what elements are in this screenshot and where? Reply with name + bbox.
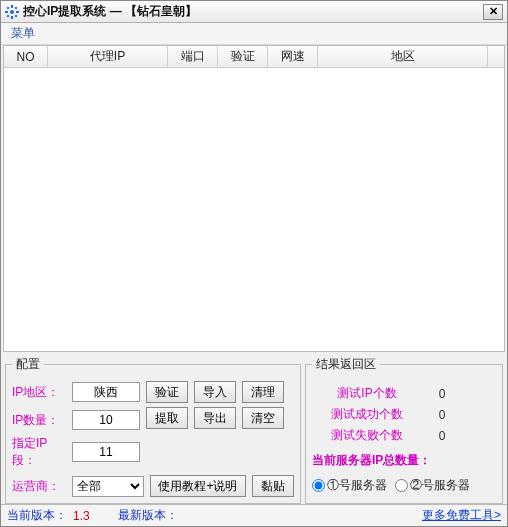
ip-count-label: IP数量：	[12, 412, 66, 429]
isp-select[interactable]: 全部	[72, 476, 144, 497]
col-NO[interactable]: NO	[4, 46, 48, 67]
col-代理IP[interactable]: 代理IP	[48, 46, 168, 67]
server1-radio-input[interactable]	[312, 479, 325, 492]
ip-region-input[interactable]	[72, 382, 140, 402]
menubar: 菜单	[1, 23, 507, 45]
latest-version-label: 最新版本：	[118, 507, 178, 524]
server-radio-group: ①号服务器 ②号服务器	[312, 475, 496, 496]
col-验证[interactable]: 验证	[218, 46, 268, 67]
ip-segment-input[interactable]	[72, 442, 140, 462]
config-group: 配置 IP地区： 验证 导入 清理 IP数量： x 提取 导出 清空	[5, 356, 301, 504]
table-body[interactable]	[4, 68, 504, 351]
svg-rect-4	[16, 11, 19, 13]
more-tools-link[interactable]: 更多免费工具>	[422, 507, 501, 524]
svg-rect-3	[5, 11, 8, 13]
verify-button[interactable]: 验证	[146, 381, 188, 403]
col-网速[interactable]: 网速	[268, 46, 318, 67]
titlebar: 控心IP提取系统 — 【钻石皇朝】 ✕	[1, 1, 507, 23]
ip-segment-label: 指定IP段：	[12, 435, 66, 469]
menu-main[interactable]: 菜单	[7, 23, 39, 44]
isp-label: 运营商：	[12, 478, 66, 495]
test-ok-label: 测试成功个数	[312, 406, 422, 423]
server2-radio-input[interactable]	[395, 479, 408, 492]
bottom-panels: 配置 IP地区： 验证 导入 清理 IP数量： x 提取 导出 清空	[1, 352, 507, 504]
cleanup-button[interactable]: 清理	[242, 381, 284, 403]
test-ip-value: 0	[422, 387, 462, 401]
svg-rect-1	[11, 5, 13, 8]
clear-button[interactable]: 清空	[242, 407, 284, 429]
col-地区[interactable]: 地区	[318, 46, 488, 67]
server2-radio[interactable]: ②号服务器	[395, 477, 470, 494]
total-label: 当前服务器IP总数量：	[312, 452, 496, 469]
tutorial-button[interactable]: 使用教程+说明	[150, 475, 246, 497]
import-button[interactable]: 导入	[194, 381, 236, 403]
export-button[interactable]: 导出	[194, 407, 236, 429]
test-fail-label: 测试失败个数	[312, 427, 422, 444]
app-icon	[5, 5, 19, 19]
config-legend: 配置	[12, 356, 44, 373]
statusbar: 当前版本： 1.3 最新版本： 更多免费工具>	[1, 504, 507, 526]
server1-radio[interactable]: ①号服务器	[312, 477, 387, 494]
svg-rect-7	[7, 14, 10, 17]
results-group: 结果返回区 测试IP个数 0 测试成功个数 0 测试失败个数 0 当前服务器IP…	[305, 356, 503, 504]
svg-rect-8	[15, 14, 18, 17]
ip-count-input[interactable]	[72, 410, 140, 430]
svg-rect-5	[7, 6, 10, 9]
current-version-label: 当前版本：	[7, 507, 67, 524]
current-version-value: 1.3	[73, 509, 90, 523]
proxy-table: NO代理IP端口验证网速地区	[3, 45, 505, 352]
test-ip-label: 测试IP个数	[312, 385, 422, 402]
test-fail-value: 0	[422, 429, 462, 443]
app-window: 控心IP提取系统 — 【钻石皇朝】 ✕ 菜单 NO代理IP端口验证网速地区 配置…	[0, 0, 508, 527]
col-端口[interactable]: 端口	[168, 46, 218, 67]
table-header: NO代理IP端口验证网速地区	[4, 46, 504, 68]
ip-region-label: IP地区：	[12, 384, 66, 401]
test-ok-value: 0	[422, 408, 462, 422]
results-legend: 结果返回区	[312, 356, 380, 373]
svg-point-0	[10, 10, 14, 14]
svg-rect-6	[15, 6, 18, 9]
window-title: 控心IP提取系统 — 【钻石皇朝】	[23, 3, 483, 20]
extract-button[interactable]: 提取	[146, 407, 188, 429]
close-button[interactable]: ✕	[483, 4, 503, 20]
paste-button[interactable]: 黏贴	[252, 475, 294, 497]
svg-rect-2	[11, 16, 13, 19]
